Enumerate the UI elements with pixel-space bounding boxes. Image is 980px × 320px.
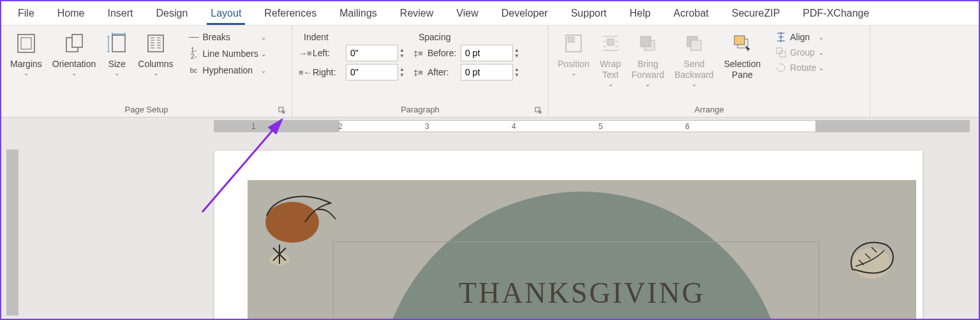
bring-forward-icon bbox=[637, 31, 658, 56]
rotate-icon bbox=[775, 63, 787, 73]
indent-left-icon: →≡ bbox=[299, 49, 313, 58]
bring-forward-button[interactable]: Bring Forward ⌄ bbox=[627, 28, 669, 88]
tab-view[interactable]: View bbox=[445, 3, 489, 24]
breaks-button[interactable]: ╌╌ Breaks ⌄ bbox=[184, 29, 270, 45]
tab-help[interactable]: Help bbox=[618, 3, 662, 24]
chevron-down-icon: ⌄ bbox=[261, 50, 266, 57]
arrange-group-label: Arrange bbox=[694, 105, 724, 114]
selection-pane-button[interactable]: Selection Pane bbox=[719, 28, 766, 80]
document-canvas: THANKSGIVING bbox=[22, 134, 979, 319]
tab-insert[interactable]: Insert bbox=[96, 3, 144, 24]
tab-acrobat[interactable]: Acrobat bbox=[662, 3, 720, 24]
indent-right-spinner[interactable]: ▲▼ bbox=[399, 66, 405, 78]
hyphenation-button[interactable]: bc Hyphenation ⌄ bbox=[184, 63, 270, 78]
chevron-down-icon: ⌄ bbox=[71, 70, 77, 77]
document-page[interactable]: THANKSGIVING bbox=[214, 151, 923, 320]
chevron-down-icon: ⌄ bbox=[608, 80, 613, 88]
columns-button[interactable]: Columns ⌄ bbox=[133, 28, 178, 77]
chevron-down-icon: ⌄ bbox=[645, 80, 650, 88]
svg-rect-9 bbox=[568, 37, 574, 42]
vertical-ruler[interactable] bbox=[6, 149, 19, 316]
tab-review[interactable]: Review bbox=[389, 3, 445, 24]
spacing-after-label: After: bbox=[427, 67, 461, 77]
tab-mailings[interactable]: Mailings bbox=[328, 3, 389, 24]
spacing-after-input[interactable] bbox=[461, 64, 513, 80]
rotate-button[interactable]: Rotate ⌄ bbox=[771, 60, 828, 75]
ruler-number: 5 bbox=[598, 122, 603, 131]
group-icon bbox=[775, 47, 787, 57]
send-backward-button[interactable]: Send Backward ⌄ bbox=[669, 28, 718, 88]
tab-references[interactable]: References bbox=[253, 3, 328, 24]
chevron-down-icon: ⌄ bbox=[819, 49, 824, 56]
svg-rect-0 bbox=[18, 34, 34, 52]
send-backward-icon bbox=[683, 31, 705, 56]
indent-left-input[interactable] bbox=[346, 45, 398, 61]
ribbon-tabs: FileHomeInsertDesignLayoutReferencesMail… bbox=[1, 1, 979, 26]
indent-heading: Indent bbox=[299, 29, 405, 43]
ruler-number: 2 bbox=[338, 122, 343, 131]
indent-right-label: Right: bbox=[313, 67, 346, 77]
document-title-text: THANKSGIVING bbox=[248, 276, 916, 310]
position-button[interactable]: Position ⌄ bbox=[553, 28, 595, 77]
tab-file[interactable]: File bbox=[6, 3, 46, 24]
tab-pdfxchange[interactable]: PDF-XChange bbox=[791, 3, 880, 24]
margins-button[interactable]: Margins ⌄ bbox=[5, 28, 47, 77]
spacing-before-spinner[interactable]: ▲▼ bbox=[514, 47, 519, 59]
chevron-down-icon: ⌄ bbox=[261, 67, 266, 74]
margins-icon bbox=[15, 31, 37, 56]
wrap-text-button[interactable]: Wrap Text ⌄ bbox=[595, 28, 627, 88]
svg-rect-5 bbox=[148, 35, 163, 52]
indent-left-spinner[interactable]: ▲▼ bbox=[399, 47, 405, 59]
svg-point-19 bbox=[265, 202, 319, 243]
indent-left-row: →≡ Left: ▲▼ bbox=[299, 45, 405, 61]
line-numbers-button[interactable]: 1-2- Line Numbers ⌄ bbox=[184, 45, 270, 63]
tab-design[interactable]: Design bbox=[144, 3, 199, 24]
chevron-down-icon: ⌄ bbox=[261, 34, 266, 41]
group-arrange: Position ⌄ Wrap Text ⌄ Bring Forward ⌄ bbox=[549, 26, 870, 117]
orientation-button[interactable]: Orientation ⌄ bbox=[47, 28, 101, 77]
tab-securezip[interactable]: SecureZIP bbox=[720, 3, 792, 24]
svg-point-21 bbox=[852, 248, 891, 278]
line-numbers-icon: 1-2- bbox=[188, 47, 200, 60]
spacing-after-icon: ‡≡ bbox=[413, 68, 427, 77]
ruler-number: 1 bbox=[251, 122, 256, 131]
align-button[interactable]: Align ⌄ bbox=[771, 29, 828, 45]
indent-left-label: Left: bbox=[313, 48, 346, 58]
ruler-area: 123456 bbox=[1, 118, 979, 134]
page-background: THANKSGIVING bbox=[248, 180, 916, 320]
align-icon bbox=[775, 32, 787, 42]
ruler-number: 6 bbox=[685, 122, 690, 131]
paragraph-launcher[interactable] bbox=[534, 107, 543, 116]
columns-icon bbox=[145, 31, 167, 56]
tab-home[interactable]: Home bbox=[46, 3, 96, 24]
indent-right-icon: ≡← bbox=[299, 68, 313, 77]
spacing-heading: Spacing bbox=[413, 29, 519, 43]
size-button[interactable]: Size ⌄ bbox=[101, 28, 133, 77]
tab-layout[interactable]: Layout bbox=[199, 3, 253, 24]
orientation-icon bbox=[63, 31, 85, 56]
size-label: Size bbox=[108, 59, 126, 70]
ruler-number: 3 bbox=[425, 122, 429, 131]
position-icon bbox=[563, 31, 584, 56]
chevron-down-icon: ⌄ bbox=[153, 70, 158, 77]
spacing-before-input[interactable] bbox=[461, 45, 513, 61]
group-button[interactable]: Group ⌄ bbox=[771, 45, 828, 60]
columns-label: Columns bbox=[138, 59, 173, 70]
spacing-before-row: ‡≡ Before: ▲▼ bbox=[413, 45, 519, 61]
bird-illustration bbox=[254, 184, 350, 267]
margins-label: Margins bbox=[10, 59, 42, 70]
page-setup-launcher[interactable] bbox=[278, 107, 286, 116]
chevron-down-icon: ⌄ bbox=[114, 70, 119, 77]
tab-developer[interactable]: Developer bbox=[490, 3, 560, 24]
horizontal-ruler[interactable]: 123456 bbox=[214, 120, 970, 132]
indent-right-input[interactable] bbox=[346, 64, 398, 80]
ribbon-body: Margins ⌄ Orientation ⌄ Size ⌄ bbox=[1, 26, 979, 118]
tab-support[interactable]: Support bbox=[560, 3, 618, 24]
spacing-after-spinner[interactable]: ▲▼ bbox=[514, 66, 519, 78]
wrap-text-icon bbox=[600, 31, 621, 56]
chevron-down-icon: ⌄ bbox=[24, 70, 29, 77]
bring-forward-label: Bring Forward bbox=[632, 59, 664, 80]
spacing-after-row: ‡≡ After: ▲▼ bbox=[413, 64, 519, 80]
group-paragraph: Indent →≡ Left: ▲▼ ≡← Right: ▲▼ Spacing … bbox=[292, 26, 549, 117]
page-setup-group-label: Page Setup bbox=[125, 105, 168, 114]
